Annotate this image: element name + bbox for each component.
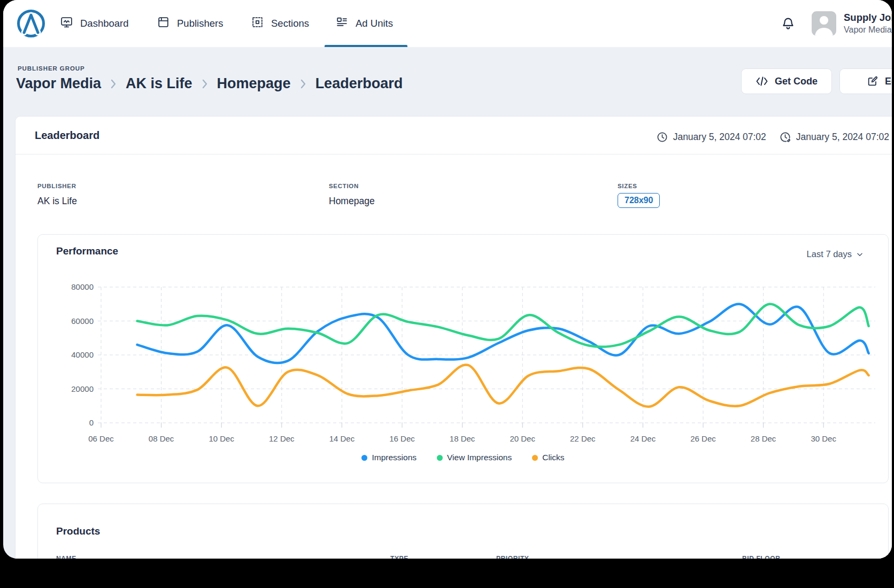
legend-item-view-impressions[interactable]: View Impressions — [437, 453, 512, 462]
x-axis-tick-label: 20 Dec — [510, 434, 535, 443]
app-window: Dashboard Publishers Sections — [3, 0, 892, 559]
products-card: Products NAME TYPE PRIORITY BID FLOOR — [37, 504, 889, 559]
edit-pencil-icon — [867, 75, 878, 87]
products-col-name: NAME — [56, 555, 76, 559]
x-axis-tick-label: 28 Dec — [751, 434, 776, 443]
updated-at: January 5, 2024 07:02 — [796, 131, 889, 143]
x-axis-tick-label: 12 Dec — [269, 434, 295, 443]
notifications-bell-icon[interactable] — [781, 16, 796, 34]
legend-label: Clicks — [542, 453, 564, 462]
app-logo-icon[interactable] — [16, 9, 46, 41]
x-axis-tick-label: 10 Dec — [209, 434, 234, 443]
x-axis-tick-label: 08 Dec — [149, 434, 174, 443]
legend-dot — [361, 455, 367, 461]
publisher-label: PUBLISHER — [37, 183, 76, 189]
nav-label: Dashboard — [80, 18, 129, 29]
sections-icon — [251, 16, 264, 32]
performance-card: Performance Last 7 days 0200004000060000… — [37, 234, 889, 483]
legend-label: View Impressions — [447, 453, 512, 462]
x-axis-tick-label: 06 Dec — [88, 434, 114, 443]
x-axis-tick-label: 26 Dec — [690, 434, 716, 443]
breadcrumb: Vapor Media AK is Life Homepage Leaderbo… — [16, 75, 403, 92]
section-value: Homepage — [329, 196, 375, 207]
chevron-right-icon — [299, 78, 307, 90]
ad-unit-title: Leaderboard — [35, 129, 99, 142]
x-axis-tick-label: 18 Dec — [450, 434, 475, 443]
products-col-priority: PRIORITY — [496, 555, 529, 559]
top-nav: Dashboard Publishers Sections — [3, 0, 892, 47]
x-axis-tick-label: 22 Dec — [570, 434, 596, 443]
breadcrumb-item-ad-unit[interactable]: Leaderboard — [315, 75, 403, 92]
user-name: Supply John — [844, 11, 892, 24]
y-axis-tick-label: 0 — [89, 418, 94, 427]
y-axis-tick-label: 80000 — [71, 282, 94, 291]
user-menu[interactable]: Supply John Vapor Media — [844, 11, 892, 35]
nav-label: Publishers — [177, 18, 223, 29]
x-axis-tick-label: 14 Dec — [329, 434, 355, 443]
x-axis-tick-label: 16 Dec — [389, 434, 415, 443]
edit-label: Edit — [885, 76, 892, 87]
legend-dot — [437, 455, 443, 461]
active-tab-underline — [325, 45, 407, 47]
user-org: Vapor Media — [844, 24, 892, 35]
chevron-right-icon — [201, 78, 209, 90]
section-label: SECTION — [329, 183, 359, 189]
chart-legend: ImpressionsView ImpressionsClicks — [38, 453, 888, 462]
nav-item-sections[interactable]: Sections — [251, 0, 309, 47]
performance-chart: 02000040000600008000006 Dec08 Dec10 Dec1… — [38, 235, 889, 448]
dashboard-icon — [60, 16, 73, 32]
products-col-bid-floor: BID FLOOR — [742, 555, 780, 559]
legend-item-clicks[interactable]: Clicks — [532, 453, 564, 462]
y-axis-tick-label: 40000 — [71, 350, 94, 359]
edit-button[interactable]: Edit — [839, 68, 892, 94]
legend-item-impressions[interactable]: Impressions — [361, 453, 417, 462]
x-axis-tick-label: 24 Dec — [630, 434, 656, 443]
breadcrumb-item-publisher-group[interactable]: Vapor Media — [16, 75, 101, 92]
publishers-icon — [157, 16, 170, 32]
clock-icon — [656, 131, 668, 143]
y-axis-tick-label: 60000 — [71, 316, 94, 326]
x-axis-tick-label: 30 Dec — [811, 434, 836, 443]
clock-edit-icon — [779, 131, 791, 143]
breadcrumb-item-section[interactable]: Homepage — [217, 75, 291, 92]
sizes-label: SIZES — [618, 183, 637, 189]
breadcrumb-item-publisher[interactable]: AK is Life — [126, 75, 192, 92]
y-axis-tick-label: 20000 — [71, 384, 94, 393]
products-col-type: TYPE — [390, 555, 409, 559]
nav-item-publishers[interactable]: Publishers — [157, 0, 223, 47]
created-timestamp: January 5, 2024 07:02 — [656, 131, 766, 143]
ad-units-icon — [335, 16, 349, 32]
updated-timestamp: January 5, 2024 07:02 — [779, 131, 889, 143]
nav-item-dashboard[interactable]: Dashboard — [60, 0, 129, 47]
publisher-group-label: PUBLISHER GROUP — [18, 65, 85, 72]
timestamps: January 5, 2024 07:02 January 5, 2024 07… — [656, 131, 889, 143]
divider — [16, 154, 892, 154]
nav-label: Ad Units — [356, 18, 393, 29]
publisher-value: AK is Life — [37, 196, 77, 207]
user-avatar[interactable] — [812, 11, 836, 36]
nav-item-ad-units[interactable]: Ad Units — [335, 0, 393, 47]
size-badge[interactable]: 728x90 — [618, 193, 660, 208]
ad-unit-card: Leaderboard January 5, 2024 07:02 Januar… — [15, 116, 892, 559]
created-at: January 5, 2024 07:02 — [673, 131, 766, 143]
products-title: Products — [56, 525, 100, 537]
nav-label: Sections — [271, 18, 309, 29]
code-icon — [756, 76, 768, 87]
chevron-right-icon — [109, 78, 118, 90]
get-code-button[interactable]: Get Code — [741, 68, 832, 94]
legend-dot — [532, 455, 538, 461]
legend-label: Impressions — [372, 453, 417, 462]
series-line-clicks — [137, 365, 869, 406]
get-code-label: Get Code — [775, 76, 818, 87]
